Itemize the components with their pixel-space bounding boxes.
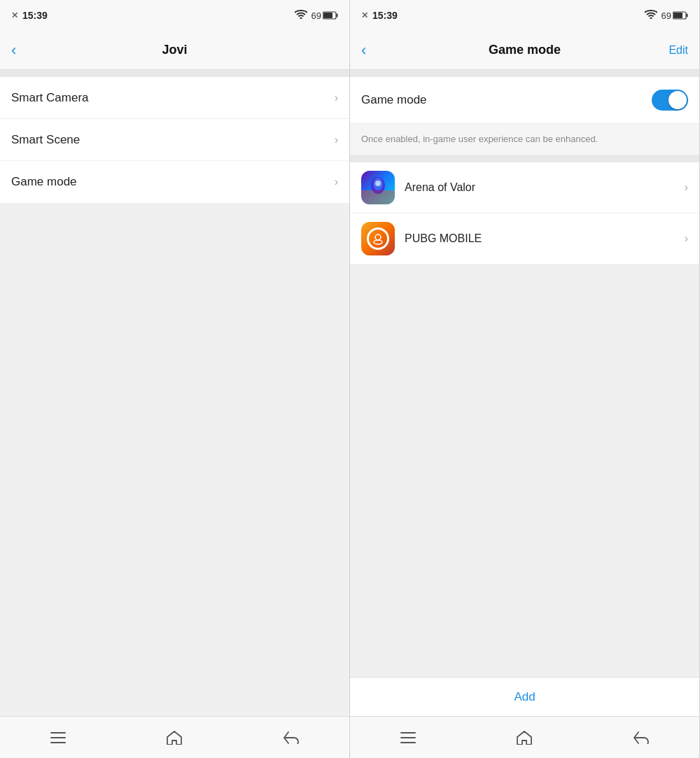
smart-camera-chevron: ›: [335, 92, 338, 104]
left-menu-game-mode[interactable]: Game mode ›: [0, 161, 349, 203]
svg-rect-7: [687, 14, 688, 17]
smart-camera-label: Smart Camera: [11, 91, 89, 105]
right-wifi-icon: [645, 9, 657, 22]
svg-rect-14: [400, 732, 416, 734]
aov-chevron: ›: [685, 181, 688, 194]
left-bottom-nav: [0, 716, 349, 758]
right-menu-nav-icon[interactable]: [393, 722, 424, 753]
game-mode-setting-label: Game mode: [361, 93, 427, 107]
game-mode-menu-chevron: ›: [335, 176, 338, 188]
left-home-nav-icon[interactable]: [159, 722, 190, 753]
left-menu-smart-camera[interactable]: Smart Camera ›: [0, 77, 349, 119]
svg-point-12: [375, 234, 381, 240]
smart-scene-chevron: ›: [335, 134, 338, 146]
svg-rect-16: [400, 742, 416, 743]
game-mode-toggle[interactable]: [652, 90, 688, 111]
notification-x-icon: ✕: [11, 10, 18, 20]
game-mode-description: Once enabled, in-game user experience ca…: [361, 134, 598, 144]
left-panel: ✕ 15:39 69 ‹ Jovi Smart Camera › Smart S…: [0, 0, 350, 758]
pubg-inner-icon: [367, 227, 389, 250]
right-notification-x-icon: ✕: [361, 10, 368, 20]
left-battery-icon: 69: [312, 10, 338, 21]
pubg-chevron: ›: [685, 232, 688, 245]
right-status-left: ✕ 15:39: [361, 10, 398, 21]
right-panel: ✕ 15:39 69 ‹ Game mode Edit Game mode On…: [350, 0, 700, 758]
left-menu-smart-scene[interactable]: Smart Scene ›: [0, 119, 349, 161]
svg-point-13: [374, 240, 382, 244]
svg-point-11: [375, 181, 381, 186]
right-edit-button[interactable]: Edit: [668, 44, 688, 57]
game-item-aov[interactable]: Arena of Valor ›: [350, 162, 699, 213]
right-time: 15:39: [372, 10, 398, 21]
right-home-nav-icon[interactable]: [509, 722, 540, 753]
game-mode-menu-label: Game mode: [11, 175, 77, 189]
svg-rect-1: [337, 14, 338, 17]
right-back-button[interactable]: ‹: [361, 43, 366, 58]
aov-icon: [361, 171, 395, 204]
right-status-bar: ✕ 15:39 69: [350, 0, 699, 31]
left-battery-text: 69: [312, 10, 321, 21]
smart-scene-label: Smart Scene: [11, 133, 80, 147]
right-nav-title: Game mode: [489, 43, 561, 57]
left-nav-bar: ‹ Jovi: [0, 31, 349, 70]
left-status-right: 69: [295, 9, 338, 22]
right-battery-text: 69: [662, 10, 671, 21]
aov-name: Arena of Valor: [405, 181, 685, 194]
game-mode-description-row: Once enabled, in-game user experience ca…: [350, 124, 699, 155]
svg-rect-5: [50, 742, 66, 743]
games-list: Arena of Valor › PUBG MOBILE ›: [350, 162, 699, 265]
left-status-bar: ✕ 15:39 69: [0, 0, 349, 31]
left-back-nav-icon[interactable]: [276, 722, 307, 753]
right-back-nav-icon[interactable]: [626, 722, 657, 753]
toggle-knob: [668, 91, 687, 109]
right-spacer: [350, 265, 699, 678]
game-mode-toggle-row: Game mode: [350, 77, 699, 124]
add-game-button[interactable]: Add: [350, 677, 699, 716]
add-button-label: Add: [514, 690, 535, 704]
left-top-divider: [0, 70, 349, 77]
right-nav-bar: ‹ Game mode Edit: [350, 31, 699, 70]
right-bottom-nav: [350, 716, 699, 758]
left-spacer: [0, 203, 349, 716]
right-status-right: 69: [645, 9, 688, 22]
svg-rect-8: [673, 13, 682, 18]
pubg-name: PUBG MOBILE: [405, 232, 685, 245]
left-nav-title: Jovi: [162, 43, 187, 57]
left-menu-list: Smart Camera › Smart Scene › Game mode ›: [0, 77, 349, 203]
right-top-divider: [350, 70, 699, 77]
left-menu-nav-icon[interactable]: [43, 722, 74, 753]
left-back-button[interactable]: ‹: [11, 43, 16, 58]
right-battery-icon: 69: [662, 10, 688, 21]
svg-rect-15: [400, 737, 416, 738]
svg-rect-2: [323, 13, 332, 18]
svg-rect-4: [50, 737, 66, 738]
game-item-pubg[interactable]: PUBG MOBILE ›: [350, 213, 699, 265]
svg-rect-3: [50, 732, 66, 734]
left-status-left: ✕ 15:39: [11, 10, 48, 21]
right-games-divider: [350, 155, 699, 162]
left-time: 15:39: [22, 10, 48, 21]
left-wifi-icon: [295, 9, 307, 22]
pubg-icon: [361, 222, 395, 255]
